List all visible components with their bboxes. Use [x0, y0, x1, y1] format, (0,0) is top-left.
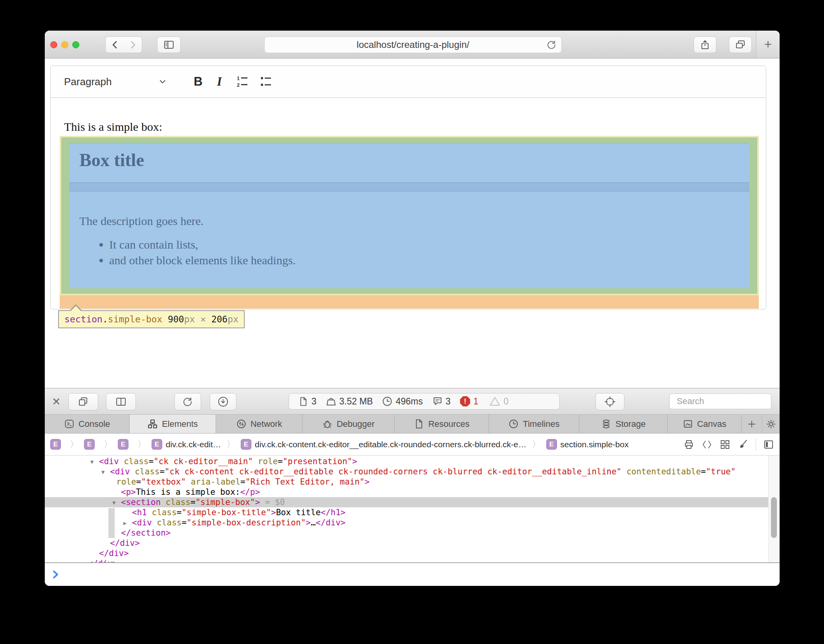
tab-elements[interactable]: Elements	[130, 415, 216, 433]
grid-icon[interactable]	[720, 439, 731, 450]
tab-storage[interactable]: Storage	[579, 415, 668, 433]
print-icon[interactable]	[683, 439, 694, 450]
chevron-separator-icon: 〉	[532, 439, 541, 450]
tooltip-class: simple-box	[108, 314, 162, 324]
dom-row-selected[interactable]: ▼<section class="simple-box"> = $0	[45, 497, 780, 507]
editor-paragraph[interactable]: This is a simple box:	[64, 120, 162, 134]
transfer-size-badge[interactable]: 3.52 MB	[326, 396, 373, 407]
add-tab-button[interactable]	[742, 415, 762, 433]
chevron-right-icon	[127, 39, 138, 50]
error-count-badge[interactable]: ! 1	[460, 396, 478, 407]
plus-icon	[747, 419, 756, 429]
dom-row[interactable]: </div>	[45, 548, 780, 558]
inspected-section-highlight[interactable]: Box title The description goes here. It …	[60, 136, 759, 295]
dom-row[interactable]: </div>	[45, 558, 780, 562]
breadcrumb-item[interactable]: Ediv.ck.ck-edit…	[152, 439, 221, 450]
detach-devtools-button[interactable]	[68, 393, 98, 410]
dom-row[interactable]: ▶<div class="simple-box-description">…</…	[45, 518, 780, 528]
plus-icon: +	[764, 37, 772, 52]
bold-button[interactable]: B	[190, 75, 206, 89]
devtools-settings-button[interactable]	[762, 415, 780, 433]
divider	[756, 438, 756, 451]
console-count-badge[interactable]: 3	[432, 396, 451, 407]
disclosure-open-icon[interactable]: ▼	[101, 467, 110, 477]
storage-icon	[601, 419, 612, 429]
speech-bubble-icon	[432, 396, 443, 406]
element-badge: E	[50, 439, 61, 450]
dom-row[interactable]: role="textbox" aria-label="Rich Text Edi…	[45, 477, 780, 487]
document-icon	[298, 397, 308, 406]
dom-scrollbar[interactable]	[768, 456, 780, 562]
devtools-status-badges: 3 3.52 MB 496ms 3 ! 1 0	[289, 393, 560, 410]
debugger-icon	[322, 419, 333, 429]
code-brackets-icon[interactable]	[701, 439, 712, 450]
split-view-icon	[115, 396, 127, 408]
list-item: It can contain lists,	[109, 238, 749, 251]
tab-debugger[interactable]: Debugger	[302, 415, 395, 433]
download-web-archive-button[interactable]	[210, 393, 236, 410]
chevron-down-icon[interactable]	[158, 77, 167, 86]
bulleted-list-button[interactable]	[257, 75, 274, 89]
reload-button[interactable]	[546, 40, 557, 50]
breadcrumb-item[interactable]: E	[50, 439, 64, 450]
minimize-window-button[interactable]	[61, 41, 68, 48]
chevron-separator-icon: 〉	[70, 439, 79, 450]
zoom-window-button[interactable]	[72, 41, 79, 48]
tab-resources[interactable]: Resources	[395, 415, 489, 433]
forward-button[interactable]	[123, 37, 142, 53]
back-button[interactable]	[105, 37, 125, 53]
details-sidebar-icon[interactable]	[763, 439, 774, 450]
breadcrumb-item[interactable]: E	[84, 439, 98, 450]
close-devtools-button[interactable]: ✕	[52, 395, 61, 408]
box-title-block[interactable]: Box title	[69, 143, 749, 182]
italic-button[interactable]: I	[211, 75, 227, 89]
disclosure-closed-icon[interactable]: ▶	[123, 518, 132, 528]
breadcrumb-item[interactable]: Ediv.ck.ck-content.ck-editor__editable.c…	[241, 439, 527, 450]
elements-icon	[147, 419, 158, 429]
breadcrumb-item[interactable]: E	[118, 439, 132, 450]
share-button[interactable]	[694, 37, 716, 53]
disclosure-open-icon[interactable]: ▼	[112, 498, 121, 508]
dock-side-button[interactable]	[106, 393, 136, 410]
warning-count-badge[interactable]: 0	[489, 396, 509, 407]
devtools-search[interactable]	[669, 393, 771, 409]
dom-row[interactable]: <p>This is a simple box:</p>	[45, 487, 780, 497]
tab-console[interactable]: Console	[45, 415, 130, 433]
load-time-badge[interactable]: 496ms	[382, 396, 423, 407]
breadcrumb-item-selected[interactable]: Esection.simple-box	[546, 439, 629, 450]
dom-row[interactable]: <h1 class="simple-box-title">Box title</…	[45, 507, 780, 518]
duplicate-icon	[77, 396, 89, 408]
tabs-icon	[735, 39, 746, 50]
numbered-list-button[interactable]: 12	[233, 75, 251, 89]
chevron-separator-icon: 〉	[137, 439, 146, 450]
resource-count-badge[interactable]: 3	[298, 396, 317, 407]
prompt-chevron-icon	[50, 569, 60, 580]
console-prompt[interactable]	[45, 563, 780, 586]
search-input[interactable]	[676, 396, 780, 407]
close-window-button[interactable]	[50, 41, 57, 48]
tab-timelines[interactable]: Timelines	[489, 415, 579, 433]
tooltip-height: 206	[211, 314, 228, 324]
box-description-block[interactable]: The description goes here. It can contai…	[69, 192, 749, 288]
tab-network[interactable]: Network	[216, 415, 302, 433]
paragraph-dropdown[interactable]: Paragraph	[64, 76, 112, 88]
dom-row[interactable]: </div>	[45, 538, 780, 548]
devtools-tab-bar: Console Elements Network Debugger Resour…	[45, 415, 780, 434]
url-field[interactable]: localhost/creating-a-plugin/	[264, 37, 562, 53]
sidebar-toggle-button[interactable]	[157, 37, 181, 53]
scrollbar-thumb[interactable]	[771, 497, 777, 538]
devtools-reload-button[interactable]	[174, 393, 201, 410]
paintbrush-icon[interactable]	[738, 439, 749, 450]
element-badge: E	[84, 439, 95, 450]
tab-overview-button[interactable]	[729, 37, 752, 53]
new-tab-button[interactable]: +	[756, 31, 780, 58]
dom-row[interactable]: ▼<div class="ck ck-editor__main" role="p…	[45, 456, 780, 467]
sidebar-icon	[163, 39, 175, 51]
warning-triangle-icon	[489, 396, 500, 406]
dom-row[interactable]: ▼<div class="ck ck-content ck-editor__ed…	[45, 467, 780, 477]
dom-row[interactable]: </section>	[45, 528, 780, 538]
element-picker-button[interactable]	[595, 393, 624, 410]
tab-canvas[interactable]: Canvas	[668, 415, 742, 433]
element-badge: E	[546, 439, 557, 450]
disclosure-open-icon[interactable]: ▼	[90, 457, 99, 467]
